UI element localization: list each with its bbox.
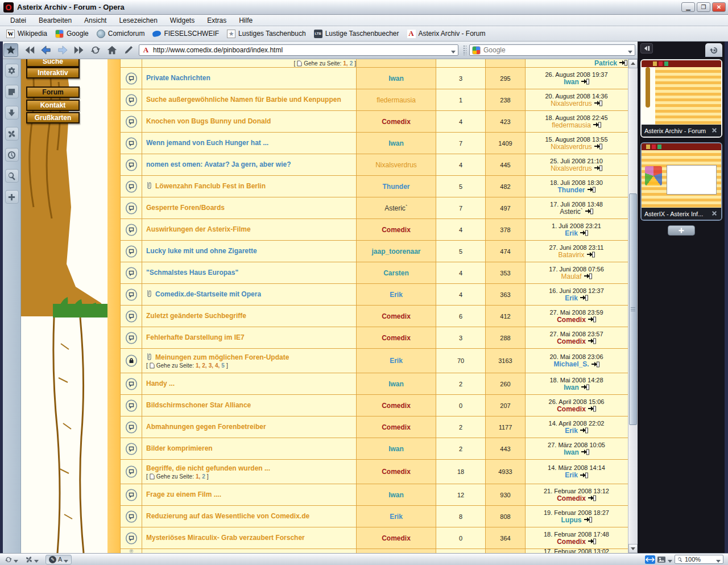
menu-lesezeichen[interactable]: Lesezeichen xyxy=(113,15,163,26)
goto-latest-post-icon[interactable] xyxy=(594,100,602,106)
topic-title-link[interactable]: Bildschirmschoner Star Alliance xyxy=(146,401,251,409)
topic-title-link[interactable]: Abmahnungen gegen Forenbetreiber xyxy=(146,423,266,431)
topic-title-link[interactable]: Lucky luke mit und ohne Zigarette xyxy=(146,247,257,255)
tab-thumbnail-inactive[interactable]: AsterIX - Asterix Inf... xyxy=(640,142,722,221)
images-toggle-icon[interactable] xyxy=(657,556,665,563)
topic-title-link[interactable]: nomen est omen: Avatar? Ja gern, aber wi… xyxy=(146,160,291,168)
page-number-link[interactable]: 2 xyxy=(350,60,353,67)
page-style-toggle[interactable]: ✎ A xyxy=(46,555,72,564)
topic-title-link[interactable]: Löwenzahn Fanclub Fest in Berlin xyxy=(155,182,266,190)
topic-title-link[interactable]: Wenn jemand von Euch Hunger hat ... xyxy=(146,139,268,147)
site-nav-interaktiv[interactable]: Interaktiv xyxy=(26,67,80,79)
rewind-button[interactable] xyxy=(22,43,37,57)
scroll-down-arrow[interactable] xyxy=(628,544,638,553)
topic-author-link[interactable]: jaap_toorenaar xyxy=(371,248,420,255)
topic-author-link[interactable]: Erik xyxy=(390,513,403,521)
transfers-panel-button[interactable] xyxy=(5,106,19,119)
topic-title-link[interactable]: Auswirkungen der Asterix-Filme xyxy=(146,225,251,233)
topic-author-link[interactable]: Iwan xyxy=(388,139,404,147)
goto-latest-post-icon[interactable] xyxy=(588,187,595,193)
goto-latest-post-icon[interactable] xyxy=(585,208,593,215)
page-number-link[interactable]: 3, xyxy=(209,362,213,369)
last-post-author-link[interactable]: Maulaf xyxy=(561,273,581,281)
topic-author-link[interactable]: Nixalsverdrus xyxy=(375,161,417,169)
bookmark-item[interactable]: LTBLustige Taschenbuecher xyxy=(311,28,404,39)
last-post-author-link[interactable]: Iwan xyxy=(564,383,579,391)
toolbar-drag-handle[interactable] xyxy=(463,45,466,55)
topic-title-link[interactable]: Private Nachrichten xyxy=(146,74,210,82)
goto-latest-post-icon[interactable] xyxy=(594,165,602,171)
goto-latest-post-icon[interactable] xyxy=(619,60,627,66)
page-number-link[interactable]: 4, xyxy=(215,362,220,369)
search-engine-dropdown-icon[interactable] xyxy=(628,48,632,52)
topic-author-link[interactable]: Comedix xyxy=(382,534,411,542)
widgets-panel-button[interactable] xyxy=(5,127,19,141)
style-dropdown-icon[interactable] xyxy=(64,557,68,562)
fit-to-width-icon[interactable] xyxy=(645,555,655,564)
topic-title-link[interactable]: Begriffe, die nicht gefunden wurden ... xyxy=(146,464,270,472)
page-number-link[interactable]: 2, xyxy=(202,362,206,369)
topic-title-link[interactable]: Reduzierung auf das Wesentliche von Come… xyxy=(146,512,309,520)
close-button[interactable]: ✕ xyxy=(712,2,726,12)
menu-datei[interactable]: Datei xyxy=(5,15,32,26)
last-post-author-link[interactable]: Nixalsverdrus xyxy=(551,164,592,172)
topic-author-link[interactable]: Iwan xyxy=(388,491,404,499)
topic-author-link[interactable]: Erik xyxy=(390,291,403,299)
goto-latest-post-icon[interactable] xyxy=(588,406,596,412)
search-panel-button[interactable] xyxy=(5,169,19,183)
goto-latest-post-icon[interactable] xyxy=(584,517,592,523)
goto-latest-post-icon[interactable] xyxy=(588,316,596,323)
goto-latest-post-icon[interactable] xyxy=(588,538,596,545)
last-post-author-link[interactable]: Erik xyxy=(565,471,578,479)
widgets-fan-icon[interactable] xyxy=(25,556,33,563)
last-post-author-link[interactable]: Comedix xyxy=(557,337,586,345)
topic-author-link[interactable]: Iwan xyxy=(388,380,404,388)
bookmark-item[interactable]: Google xyxy=(52,28,94,39)
home-button[interactable] xyxy=(104,43,119,57)
goto-latest-post-icon[interactable] xyxy=(581,79,589,85)
topic-author-link[interactable]: fledermausia xyxy=(377,96,416,104)
topic-author-link[interactable]: Comedix xyxy=(382,118,411,126)
tab-thumbnail-active[interactable]: Asterix Archiv - Forum xyxy=(640,59,722,138)
goto-latest-post-icon[interactable] xyxy=(593,122,601,128)
sync-dropdown-icon[interactable] xyxy=(14,557,18,562)
menu-hilfe[interactable]: Hilfe xyxy=(233,15,258,26)
history-panel-button[interactable] xyxy=(5,148,19,162)
minimize-button[interactable]: ▁ xyxy=(681,2,695,12)
last-post-author-link[interactable]: Nixalsverdrus xyxy=(551,143,592,151)
last-post-author-link[interactable]: Batavirix xyxy=(558,251,584,259)
goto-latest-post-icon[interactable] xyxy=(580,427,588,434)
topic-author-link[interactable]: Comedix xyxy=(382,402,411,410)
closed-tabs-trash-button[interactable] xyxy=(705,43,722,57)
topic-author-link[interactable]: Iwan xyxy=(388,445,404,453)
topic-title-link[interactable]: Meinungen zum möglichen Foren-Update xyxy=(155,353,289,361)
last-post-author-link[interactable]: Comedix xyxy=(557,538,586,546)
topic-author-link[interactable]: Asteric` xyxy=(384,204,408,212)
menu-extras[interactable]: Extras xyxy=(201,15,232,26)
goto-latest-post-icon[interactable] xyxy=(588,495,596,501)
scroll-up-arrow[interactable] xyxy=(628,59,638,68)
goto-page-links[interactable]: [Gehe zu Seite:1,2,3,4,5] xyxy=(146,362,228,369)
address-bar[interactable]: A xyxy=(139,44,458,56)
last-post-author-link[interactable]: Iwan xyxy=(564,78,579,86)
topic-author-link[interactable]: Erik xyxy=(390,357,403,365)
menu-widgets[interactable]: Widgets xyxy=(164,15,200,26)
goto-latest-post-icon[interactable] xyxy=(592,361,599,368)
goto-latest-post-icon[interactable] xyxy=(594,143,602,150)
last-post-author-link[interactable]: Thunder xyxy=(558,186,585,194)
panel-collapse-button[interactable] xyxy=(640,43,653,53)
topic-author-link[interactable]: Comedix xyxy=(382,312,411,320)
widgets-dropdown-icon[interactable] xyxy=(34,557,39,562)
last-post-author-link[interactable]: Lupus xyxy=(561,516,582,524)
topic-author-link[interactable]: Carsten xyxy=(383,269,409,277)
goto-latest-post-icon[interactable] xyxy=(584,273,592,279)
scrollbar-track[interactable] xyxy=(628,68,638,544)
last-post-author-link[interactable]: Erik xyxy=(565,229,578,237)
topic-title-link[interactable]: Gesperrte Foren/Boards xyxy=(146,204,225,212)
topic-title-link[interactable]: Bilder komprimieren xyxy=(146,444,213,452)
forward-button[interactable] xyxy=(55,43,70,57)
bookmark-item[interactable]: WWikipedia xyxy=(3,28,52,39)
last-post-author-link[interactable]: Nixalsverdrus xyxy=(551,100,592,108)
bookmark-item[interactable]: FIESELSCHWEIF xyxy=(150,28,224,39)
topic-title-link[interactable]: Suche außergewöhnliche Namen für Barbie … xyxy=(146,96,341,104)
